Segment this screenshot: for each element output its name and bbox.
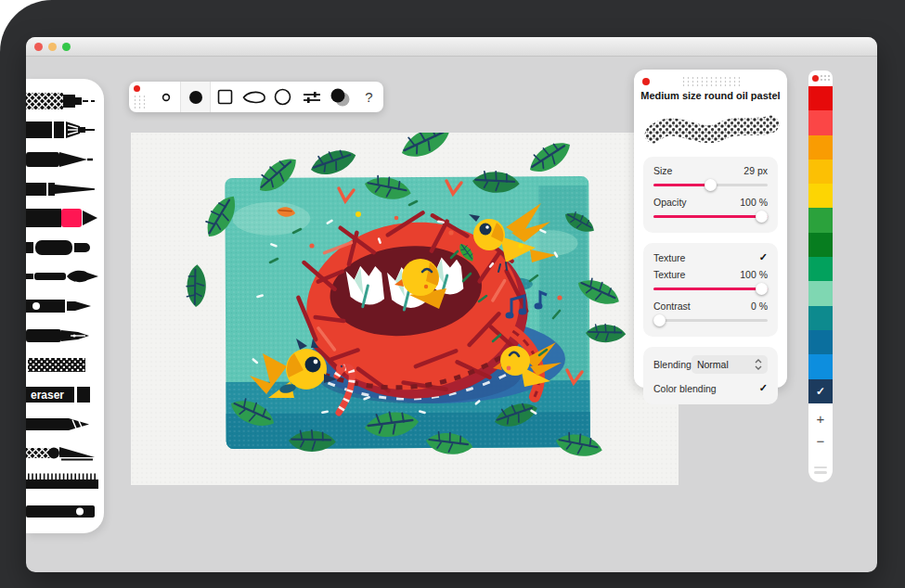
color-palette: ✓ + − — [808, 70, 833, 482]
close-window-button[interactable] — [34, 43, 43, 51]
texture-slider[interactable] — [653, 283, 768, 295]
tool-crosshatch-pen[interactable] — [26, 88, 104, 114]
tool-highlighter-selected[interactable] — [26, 205, 104, 231]
ellipse-icon — [274, 88, 291, 106]
drawing-canvas[interactable] — [131, 133, 679, 485]
zoom-window-button[interactable] — [62, 43, 71, 51]
device-frame: eraser — [0, 0, 905, 588]
opacity-value: 100 % — [740, 197, 768, 208]
size-slider-thumb[interactable] — [705, 179, 717, 191]
minimize-window-button[interactable] — [48, 43, 57, 51]
palette-color-yellow[interactable] — [808, 184, 833, 208]
brush-size-small-button[interactable] — [151, 82, 180, 112]
add-color-button[interactable]: + — [808, 412, 833, 426]
tool-knife[interactable] — [26, 440, 104, 466]
texture-checkbox[interactable]: ✓ — [759, 251, 768, 263]
app-window: eraser — [26, 37, 877, 572]
contrast-slider[interactable] — [653, 314, 768, 326]
blending-label: Blending — [653, 359, 692, 370]
remove-color-button[interactable]: − — [808, 434, 833, 448]
palette-grip-dots-icon — [820, 74, 831, 83]
tool-crayon[interactable] — [26, 411, 104, 437]
tool-ink-pen[interactable] — [26, 147, 104, 173]
selected-color-check-icon: ✓ — [808, 379, 833, 403]
traffic-lights — [34, 43, 71, 51]
palette-footer: + − — [808, 403, 833, 482]
brush-stroke-preview — [642, 105, 780, 149]
size-slider[interactable] — [653, 179, 768, 191]
palette-color-orange[interactable] — [808, 135, 833, 160]
window-titlebar — [26, 37, 877, 57]
teardrop-icon — [242, 90, 266, 105]
sliders-icon — [303, 91, 321, 104]
palette-header[interactable] — [808, 70, 833, 86]
texture-label: Texture — [653, 269, 685, 280]
palette-color-red[interactable] — [808, 86, 833, 110]
tool-blending-stick[interactable] — [26, 498, 104, 524]
opacity-slider-thumb[interactable] — [756, 211, 768, 223]
blending-value: Normal — [697, 359, 729, 370]
tool-technical-pen[interactable] — [26, 117, 104, 143]
toolbar-close-dot[interactable] — [134, 85, 140, 92]
tool-eraser[interactable]: eraser — [26, 381, 104, 407]
palette-color-navy[interactable]: ✓ — [808, 379, 833, 403]
texture-slider-thumb[interactable] — [756, 283, 768, 295]
panel-close-dot[interactable] — [642, 78, 650, 85]
brush-settings-panel: Medium size round oil pastel Size 29 px … — [634, 70, 787, 388]
palette-color-amber[interactable] — [808, 160, 833, 184]
size-value: 29 px — [743, 165, 768, 176]
palette-color-teal[interactable] — [808, 306, 833, 330]
panel-drag-handle[interactable] — [681, 76, 741, 88]
help-icon: ? — [365, 89, 372, 105]
blending-dropdown[interactable]: Normal — [692, 355, 768, 374]
toolbar-grip-dots-icon — [133, 95, 146, 109]
palette-color-mint[interactable] — [808, 281, 833, 305]
eraser-label: eraser — [31, 389, 64, 402]
texture-toggle-label: Texture — [653, 252, 685, 263]
palette-color-coral[interactable] — [808, 110, 833, 134]
brush-title: Medium size round oil pastel — [634, 90, 787, 101]
tool-marker[interactable] — [26, 235, 104, 261]
shape-ellipse-button[interactable] — [268, 82, 297, 112]
shape-teardrop-button[interactable] — [239, 82, 268, 112]
contrast-label: Contrast — [653, 300, 691, 312]
help-button[interactable]: ? — [355, 82, 383, 112]
large-dot-icon — [188, 90, 203, 105]
brush-options-toolbar: ? — [129, 82, 383, 112]
tool-ballpoint-pen[interactable] — [26, 293, 104, 319]
brush-size-large-button[interactable] — [181, 82, 210, 112]
color-blend-button[interactable] — [326, 82, 355, 112]
texture-card: Texture ✓ Texture 100 % Contrast 0 % — [643, 243, 778, 337]
palette-color-bright-blue[interactable] — [808, 354, 833, 378]
color-blending-label: Color blending — [653, 383, 717, 394]
tool-ruler[interactable] — [26, 469, 104, 495]
small-dot-icon — [162, 93, 171, 102]
palette-close-dot[interactable] — [812, 75, 819, 82]
tool-fountain-pen[interactable] — [26, 323, 104, 349]
size-opacity-card: Size 29 px Opacity 100 % — [643, 157, 778, 233]
palette-color-ocean-blue[interactable] — [808, 330, 833, 354]
tool-sidebar: eraser — [26, 79, 104, 533]
palette-color-green[interactable] — [808, 208, 833, 232]
canvas-artwork — [131, 133, 679, 485]
palette-color-emerald[interactable] — [808, 257, 833, 281]
blend-circles-icon — [330, 88, 352, 107]
palette-resize-handle[interactable] — [814, 467, 827, 474]
shape-square-button[interactable] — [211, 82, 239, 112]
stepper-icon — [755, 359, 762, 370]
settings-sliders-button[interactable] — [297, 82, 326, 112]
tool-paintbrush[interactable] — [26, 263, 104, 289]
toolbar-drag-handle[interactable] — [129, 82, 151, 112]
color-palette-swatches: ✓ — [808, 86, 833, 403]
opacity-label: Opacity — [653, 197, 687, 208]
blending-card: Blending Normal Color blending ✓ — [643, 347, 778, 404]
contrast-value: 0 % — [751, 300, 768, 312]
tool-airbrush[interactable] — [26, 352, 104, 377]
texture-value: 100 % — [740, 269, 768, 280]
contrast-slider-thumb[interactable] — [653, 314, 666, 326]
color-blending-checkbox[interactable]: ✓ — [759, 382, 768, 394]
size-label: Size — [653, 165, 672, 176]
tool-fineliner[interactable] — [26, 176, 104, 202]
opacity-slider[interactable] — [653, 211, 768, 223]
palette-color-dark-green[interactable] — [808, 233, 833, 257]
